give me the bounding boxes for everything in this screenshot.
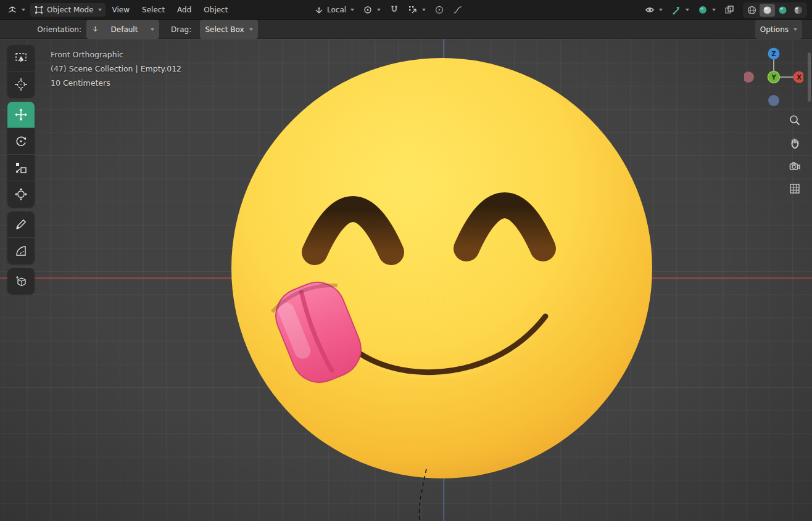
shading-wireframe-button[interactable] [744,4,760,17]
chevron-down-icon [793,28,797,31]
falloff-curve-icon [453,5,463,15]
show-overlays-toggle[interactable] [694,3,719,17]
orientation-label: Orientation: [37,25,81,34]
mode-label: Object Mode [47,6,94,14]
viewport-scrollbar[interactable] [808,52,811,102]
toggle-projection-button[interactable] [786,180,803,197]
menu-view[interactable]: View [107,3,135,17]
wireframe-sphere-icon [747,6,756,15]
scene-canvas [0,39,812,521]
chevron-down-icon [377,9,381,11]
chevron-down-icon [98,9,102,11]
object-mode-icon [34,5,44,15]
drag-dropdown-value: Select Box [205,25,244,34]
gizmo-neg-x-ball[interactable] [744,72,754,83]
mode-dropdown[interactable]: Object Mode [30,3,106,17]
gizmo-x-label: X [797,74,802,81]
toolbar [7,45,35,298]
orientation-axes-icon [314,5,324,15]
shading-solid-button[interactable] [760,4,775,17]
view-name-text: Front Orthographic [51,47,181,62]
navigation-gizmo[interactable]: Z X Y [744,47,803,107]
orientation-dropdown[interactable]: Default [86,20,159,39]
gizmo-y-label: Y [771,74,776,81]
rendered-sphere-icon [793,6,803,15]
menu-add[interactable]: Add [172,3,197,17]
shading-material-button[interactable] [775,4,790,17]
chevron-down-icon [422,9,426,11]
magnet-icon [389,5,399,15]
topbar: Object Mode View Select Add Object Local [0,0,812,20]
camera-view-button[interactable] [786,157,803,174]
pivot-point-dropdown[interactable] [359,3,384,17]
context-path-text: (47) Scene Collection | Empty.012 [51,62,181,76]
xray-icon [724,5,734,15]
object-visibility-dropdown[interactable] [641,3,666,17]
pan-view-button[interactable] [786,134,803,151]
3d-viewport[interactable]: Front Orthographic (47) Scene Collection… [0,39,812,521]
tool-add-cube[interactable] [7,268,35,294]
tool-transform[interactable] [7,181,35,207]
toggle-xray-button[interactable] [721,3,738,17]
hand-icon [789,137,801,149]
options-label: Options [760,25,789,34]
snap-toggle-button[interactable] [386,3,403,17]
chevron-down-icon [712,9,716,11]
transform-icon [14,187,28,201]
scale-icon [14,161,28,174]
viewport-editor-icon [7,5,17,15]
shading-rendered-button[interactable] [790,4,806,17]
menu-object[interactable]: Object [198,3,233,17]
move-icon [14,108,28,121]
options-dropdown[interactable]: Options [755,20,802,39]
emoji-head [231,58,652,478]
chevron-down-icon [686,9,689,11]
orientation-value: Local [327,6,346,14]
orientation-dropdown-value: Default [103,25,146,34]
drag-label: Drag: [171,25,191,34]
camera-icon [789,160,801,172]
gizmo-z-label: Z [771,51,776,57]
proportional-editing-toggle[interactable] [431,3,448,17]
chevron-down-icon [350,9,354,11]
cursor-3d-icon [14,78,28,91]
gizmo-neg-z-ball[interactable] [768,95,779,106]
grid-icon [789,183,801,195]
grid-scale-text: 10 Centimeters [51,76,181,90]
zoom-view-button[interactable] [786,112,803,128]
tool-measure[interactable] [7,238,35,264]
tool-rotate[interactable] [7,128,35,154]
gizmo-arrow-icon [671,5,681,15]
tool-cursor[interactable] [7,72,35,97]
tool-scale[interactable] [7,155,35,181]
measure-icon [14,244,28,258]
snap-increment-icon [408,5,418,15]
select-box-icon [14,51,28,65]
chevron-down-icon [22,9,25,11]
add-cube-icon [14,274,28,288]
snap-settings-dropdown[interactable] [404,3,429,17]
tool-move[interactable] [7,102,35,128]
editor-type-dropdown[interactable] [4,3,29,17]
chevron-down-icon [659,9,663,11]
viewport-info: Front Orthographic (47) Scene Collection… [51,47,181,90]
proportional-circle-icon [434,5,444,15]
eye-icon [645,5,655,15]
transform-orientation-dropdown[interactable]: Local [310,3,358,17]
chevron-down-icon [151,28,154,31]
show-gizmo-toggle[interactable] [668,3,693,17]
annotate-pen-icon [14,218,28,231]
tool-annotate[interactable] [7,211,35,237]
solid-sphere-icon [763,6,772,15]
drag-mode-dropdown[interactable]: Select Box [200,20,258,39]
menu-select[interactable]: Select [136,3,170,17]
material-sphere-icon [778,6,787,15]
proportional-falloff-dropdown[interactable] [449,3,466,17]
pivot-point-icon [363,5,373,15]
tool-settings-bar: Orientation: Default Drag: Select Box Op… [0,20,812,39]
shading-mode-group [743,2,807,18]
chevron-down-icon [249,28,253,31]
blender-window: Front Orthographic (47) Scene Collection… [0,0,812,521]
tool-select-box[interactable] [7,45,35,71]
emoji-3d-model[interactable] [231,58,652,478]
